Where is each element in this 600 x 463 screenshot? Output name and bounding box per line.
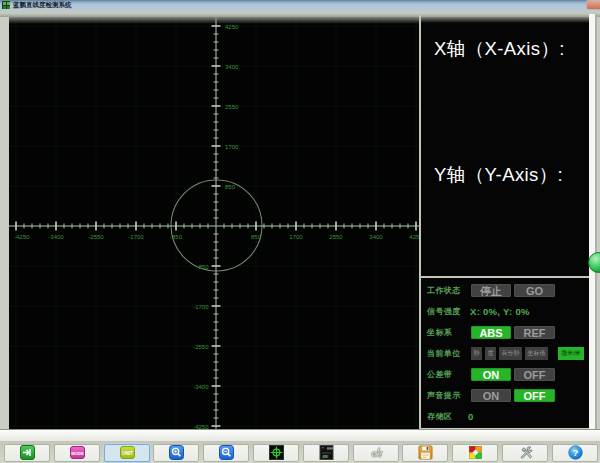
- svg-text:-1700: -1700: [193, 304, 209, 310]
- svg-text:4250: 4250: [225, 24, 239, 30]
- svg-text:4250: 4250: [409, 234, 419, 240]
- svg-text:850: 850: [225, 184, 236, 190]
- svg-text:-1700: -1700: [128, 234, 144, 240]
- svg-text:1700: 1700: [225, 144, 239, 150]
- svg-text:2550: 2550: [225, 104, 239, 110]
- svg-text:MODE: MODE: [71, 451, 84, 456]
- svg-text:-3400: -3400: [48, 234, 64, 240]
- svg-text:1700: 1700: [289, 234, 303, 240]
- svg-text:UNIT: UNIT: [122, 451, 133, 456]
- svg-text:REF: REF: [327, 447, 333, 451]
- svg-text:2550: 2550: [329, 234, 343, 240]
- svg-text:-850: -850: [170, 234, 183, 240]
- svg-text:488: 488: [322, 455, 327, 459]
- svg-text:-2550: -2550: [88, 234, 104, 240]
- svg-text:-850: -850: [196, 264, 209, 270]
- svg-text:-2550: -2550: [193, 344, 209, 350]
- svg-text:-3400: -3400: [193, 384, 209, 390]
- svg-text:-4250: -4250: [14, 234, 30, 240]
- svg-text:3400: 3400: [369, 234, 383, 240]
- svg-text:3400: 3400: [225, 64, 239, 70]
- svg-text:?: ?: [572, 447, 578, 458]
- svg-text:850: 850: [251, 234, 262, 240]
